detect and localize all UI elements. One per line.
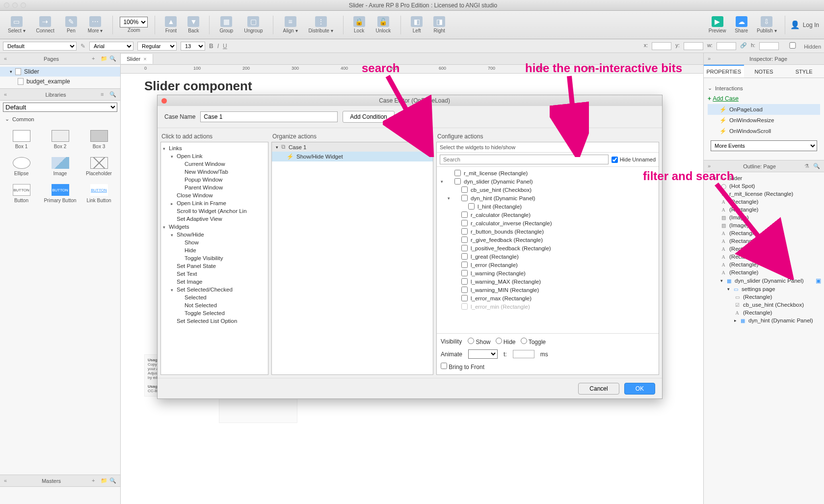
zoom-control[interactable]: 100% Zoom bbox=[120, 17, 148, 33]
event-onpageload[interactable]: ⚡OnPageLoad bbox=[708, 104, 820, 115]
unlock-button[interactable]: 🔓Unlock bbox=[373, 15, 394, 34]
collapse-icon[interactable]: « bbox=[4, 55, 11, 62]
action-cw[interactable]: Current Window bbox=[161, 160, 268, 168]
hidden-check[interactable]: Hidden bbox=[783, 42, 821, 50]
zoom-select[interactable]: 100% bbox=[120, 17, 148, 27]
ungroup-button[interactable]: ▢Ungroup bbox=[241, 15, 266, 34]
right-button[interactable]: ◨Right bbox=[430, 15, 448, 34]
action-openlink[interactable]: ▾Open Link bbox=[161, 152, 268, 160]
group-button[interactable]: ▦Group bbox=[216, 15, 236, 34]
action-links[interactable]: ▾Links bbox=[161, 144, 268, 152]
size-select[interactable]: 13 bbox=[181, 42, 205, 51]
widget-row[interactable]: r_mit_license (Rectangle) bbox=[437, 169, 659, 177]
cancel-button[interactable]: Cancel bbox=[578, 383, 619, 395]
search-pages-icon[interactable]: 🔍 bbox=[109, 55, 116, 62]
action-show[interactable]: Show bbox=[161, 239, 268, 246]
preview-button[interactable]: ▶Preview bbox=[706, 15, 729, 34]
paint-icon[interactable]: ✎ bbox=[80, 43, 85, 50]
y-input[interactable] bbox=[684, 42, 703, 50]
action-togglevis[interactable]: Toggle Visibility bbox=[161, 254, 268, 262]
action-closewin[interactable]: Close Window bbox=[161, 191, 268, 199]
action-togglesel[interactable]: Toggle Selected bbox=[161, 309, 268, 317]
event-onwindowscroll[interactable]: ⚡OnWindowScroll bbox=[708, 126, 820, 136]
outline-item[interactable]: ▭(Rectangle) bbox=[704, 293, 824, 301]
widget-row[interactable]: l_error_min (Rectangle) bbox=[437, 302, 659, 311]
action-setsellist[interactable]: Set Selected List Option bbox=[161, 317, 268, 325]
libs-menu-icon[interactable]: ≡ bbox=[101, 91, 107, 98]
widget-row[interactable]: r_calculator (Rectangle) bbox=[437, 211, 659, 219]
lock-button[interactable]: 🔒Lock bbox=[350, 15, 368, 34]
lib-image[interactable]: Image bbox=[42, 154, 79, 179]
close-tab-icon[interactable]: × bbox=[143, 56, 146, 62]
outline-filter-icon[interactable]: ⚗ bbox=[804, 163, 811, 170]
action-popup[interactable]: Popup Window bbox=[161, 176, 268, 184]
widget-row[interactable]: l_positive_feedback (Rectangle) bbox=[437, 244, 659, 252]
widget-row[interactable]: ▾dyn_slider (Dynamic Panel) bbox=[437, 177, 659, 186]
action-selected[interactable]: Selected bbox=[161, 293, 268, 301]
widget-row[interactable]: ▾dyn_hint (Dynamic Panel) bbox=[437, 194, 659, 202]
library-set-select[interactable]: Default bbox=[3, 103, 117, 112]
action-widgets[interactable]: ▾Widgets bbox=[161, 223, 268, 231]
tab-slider[interactable]: Slider× bbox=[121, 54, 153, 64]
master-search-icon[interactable]: 🔍 bbox=[109, 477, 116, 484]
vis-hide[interactable]: Hide bbox=[496, 338, 516, 345]
add-folder-icon[interactable]: 📁 bbox=[101, 55, 107, 62]
action-hide[interactable]: Hide bbox=[161, 246, 268, 254]
add-page-icon[interactable]: + bbox=[92, 55, 99, 62]
lib-button[interactable]: BUTTONButton bbox=[3, 181, 40, 206]
front-button[interactable]: ▲Front bbox=[162, 15, 180, 34]
add-case-link[interactable]: Add Case bbox=[713, 95, 739, 102]
outline-item[interactable]: A(Rectangle) bbox=[704, 309, 824, 317]
collapse-masters-icon[interactable]: « bbox=[4, 477, 11, 484]
widget-row[interactable]: r_button_bounds (Rectangle) bbox=[437, 227, 659, 236]
action-scroll[interactable]: Scroll to Widget (Anchor Lin bbox=[161, 207, 268, 215]
lib-box2[interactable]: Box 2 bbox=[42, 127, 79, 152]
lib-placeholder[interactable]: Placeholder bbox=[80, 154, 117, 179]
more-tool[interactable]: ⋯More ▾ bbox=[85, 15, 106, 34]
action-setselected[interactable]: ▾Set Selected/Checked bbox=[161, 286, 268, 293]
back-button[interactable]: ▼Back bbox=[185, 15, 202, 34]
lib-box3[interactable]: Box 3 bbox=[80, 127, 117, 152]
h-input[interactable] bbox=[759, 42, 779, 50]
align-button[interactable]: ≡Align ▾ bbox=[280, 15, 301, 34]
select-tool[interactable]: ▭Select ▾ bbox=[5, 15, 28, 34]
lib-box1[interactable]: Box 1 bbox=[3, 127, 40, 152]
master-folder-icon[interactable]: 📁 bbox=[101, 477, 107, 484]
lib-primary-button[interactable]: BUTTONPrimary Button bbox=[42, 181, 79, 206]
event-onwindowresize[interactable]: ⚡OnWindowResize bbox=[708, 115, 820, 126]
action-notselected[interactable]: Not Selected bbox=[161, 301, 268, 309]
widget-row[interactable]: r_calculator_inverse (Rectangle) bbox=[437, 219, 659, 227]
tab-notes[interactable]: NOTES bbox=[744, 65, 784, 78]
action-settext[interactable]: Set Text bbox=[161, 270, 268, 278]
more-events-select[interactable]: More Events bbox=[711, 140, 817, 151]
pen-tool[interactable]: ✎Pen bbox=[62, 15, 80, 34]
outline-item[interactable]: ▸▦dyn_hint (Dynamic Panel) bbox=[704, 317, 824, 324]
page-budget[interactable]: budget_example bbox=[0, 77, 120, 86]
bold-icon[interactable]: B bbox=[209, 43, 213, 50]
widget-row[interactable]: l_error (Rectangle) bbox=[437, 261, 659, 269]
outline-settings-page[interactable]: ▾▭settings page bbox=[704, 285, 824, 293]
lib-ellipse[interactable]: Ellipse bbox=[3, 154, 40, 179]
w-input[interactable] bbox=[717, 42, 736, 50]
traffic-lights[interactable] bbox=[4, 2, 26, 8]
action-adaptive[interactable]: Set Adaptive View bbox=[161, 215, 268, 223]
close-dot[interactable] bbox=[4, 2, 9, 8]
connect-tool[interactable]: ⇢Connect bbox=[33, 15, 57, 34]
action-panelstate[interactable]: Set Panel State bbox=[161, 262, 268, 270]
widget-row[interactable]: l_warning_MIN (Rectangle) bbox=[437, 286, 659, 294]
widget-row[interactable]: l_error_max (Rectangle) bbox=[437, 294, 659, 302]
publish-button[interactable]: ⇩Publish ▾ bbox=[754, 15, 780, 34]
tab-style[interactable]: STYLE bbox=[784, 65, 824, 78]
collapse-insp-icon[interactable]: » bbox=[708, 55, 715, 62]
action-parent[interactable]: Parent Window bbox=[161, 184, 268, 191]
outline-search-icon[interactable]: 🔍 bbox=[813, 163, 820, 170]
vis-toggle[interactable]: Toggle bbox=[521, 338, 546, 345]
widget-row[interactable]: r_give_feedback (Rectangle) bbox=[437, 236, 659, 244]
widget-row[interactable]: l_warning_MAX (Rectangle) bbox=[437, 277, 659, 286]
outline-item[interactable]: ☑cb_use_hint (Checkbox) bbox=[704, 301, 824, 309]
action-setimage[interactable]: Set Image bbox=[161, 278, 268, 286]
tab-properties[interactable]: PROPERTIES bbox=[704, 65, 744, 78]
page-slider[interactable]: ▾Slider bbox=[0, 67, 120, 77]
login-link[interactable]: Log In bbox=[803, 22, 819, 28]
collapse-outline-icon[interactable]: » bbox=[708, 163, 715, 170]
